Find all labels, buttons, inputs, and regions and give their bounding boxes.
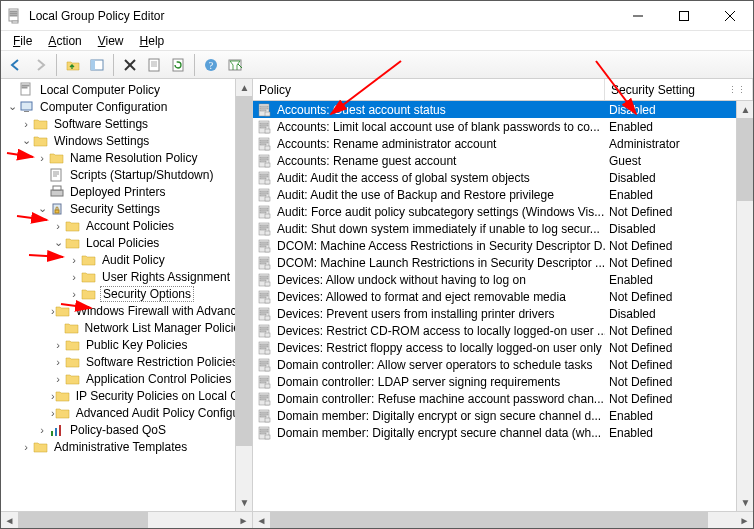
expand-icon[interactable]: › <box>67 288 81 300</box>
policy-row[interactable]: Audit: Force audit policy subcategory se… <box>253 203 753 220</box>
tree-app-control[interactable]: ›Application Control Policies <box>1 370 252 387</box>
scroll-thumb[interactable] <box>737 118 753 201</box>
policy-row[interactable]: Devices: Restrict floppy access to local… <box>253 339 753 356</box>
close-button[interactable] <box>707 1 753 30</box>
show-hide-tree-button[interactable] <box>86 54 108 76</box>
column-setting-header[interactable]: Security Setting⋮⋮ <box>605 79 753 100</box>
scroll-left-button[interactable]: ◄ <box>1 512 18 529</box>
policy-row[interactable]: Domain member: Digitally encrypt secure … <box>253 424 753 441</box>
tree-scrollbar-horizontal[interactable]: ◄ ► <box>1 511 252 528</box>
scroll-up-button[interactable]: ▲ <box>737 101 753 118</box>
tree-deployed-printers[interactable]: Deployed Printers <box>1 183 252 200</box>
svg-rect-10 <box>91 60 95 70</box>
policy-row[interactable]: Domain member: Digitally encrypt or sign… <box>253 407 753 424</box>
expand-icon[interactable]: › <box>35 152 49 164</box>
refresh-button[interactable] <box>167 54 189 76</box>
expand-icon[interactable]: › <box>51 373 65 385</box>
expand-icon[interactable]: › <box>35 424 49 436</box>
policy-row[interactable]: Devices: Restrict CD-ROM access to local… <box>253 322 753 339</box>
tree-advanced-audit[interactable]: ›Advanced Audit Policy Configuration <box>1 404 252 421</box>
list-scrollbar-horizontal[interactable]: ◄ ► <box>253 511 753 528</box>
tree-public-key[interactable]: ›Public Key Policies <box>1 336 252 353</box>
tree-computer-configuration[interactable]: ⌄Computer Configuration <box>1 98 252 115</box>
scroll-down-button[interactable]: ▼ <box>236 494 253 511</box>
tree-network-list[interactable]: Network List Manager Policies <box>1 319 252 336</box>
expand-icon[interactable]: › <box>67 271 81 283</box>
tree-local-policies[interactable]: ⌄Local Policies <box>1 234 252 251</box>
scroll-thumb[interactable] <box>236 96 252 446</box>
menu-file[interactable]: File <box>5 33 40 49</box>
svg-rect-71 <box>260 227 268 228</box>
help-button[interactable]: ? <box>200 54 222 76</box>
up-button[interactable] <box>62 54 84 76</box>
collapse-icon[interactable]: ⌄ <box>5 100 19 113</box>
tree-scrollbar-vertical[interactable]: ▲ ▼ <box>235 79 252 511</box>
menu-view[interactable]: View <box>90 33 132 49</box>
scroll-left-button[interactable]: ◄ <box>253 512 270 529</box>
menu-action[interactable]: Action <box>40 33 89 49</box>
expand-icon[interactable]: › <box>67 254 81 266</box>
tree-name-resolution[interactable]: ›Name Resolution Policy <box>1 149 252 166</box>
scroll-track[interactable] <box>236 96 252 494</box>
scroll-thumb[interactable] <box>18 512 148 528</box>
policy-row[interactable]: Devices: Allow undock without having to … <box>253 271 753 288</box>
collapse-icon[interactable]: ⌄ <box>19 134 33 147</box>
tree-audit-policy[interactable]: ›Audit Policy <box>1 251 252 268</box>
expand-icon[interactable]: › <box>51 356 65 368</box>
policy-row[interactable]: Accounts: Guest account statusDisabled <box>253 101 753 118</box>
properties-button[interactable] <box>143 54 165 76</box>
delete-button[interactable] <box>119 54 141 76</box>
policy-row[interactable]: DCOM: Machine Access Restrictions in Sec… <box>253 237 753 254</box>
policy-row[interactable]: Domain controller: Allow server operator… <box>253 356 753 373</box>
tree-scripts[interactable]: Scripts (Startup/Shutdown) <box>1 166 252 183</box>
expand-icon[interactable]: › <box>51 339 65 351</box>
tree-windows-firewall[interactable]: ›Windows Firewall with Advanced Security <box>1 302 252 319</box>
collapse-icon[interactable]: ⌄ <box>51 236 65 249</box>
collapse-icon[interactable]: ⌄ <box>35 202 49 215</box>
policy-row[interactable]: Audit: Audit the use of Backup and Resto… <box>253 186 753 203</box>
scroll-track[interactable] <box>737 118 753 494</box>
tree-software-restriction[interactable]: ›Software Restriction Policies <box>1 353 252 370</box>
policy-row[interactable]: Devices: Prevent users from installing p… <box>253 305 753 322</box>
list-scrollbar-vertical[interactable]: ▲ ▼ <box>736 101 753 511</box>
policy-setting-cell: Not Defined <box>605 324 753 338</box>
tree-root[interactable]: Local Computer Policy <box>1 81 252 98</box>
policy-row[interactable]: Domain controller: Refuse machine accoun… <box>253 390 753 407</box>
scroll-right-button[interactable]: ► <box>736 512 753 529</box>
policy-row[interactable]: Domain controller: LDAP server signing r… <box>253 373 753 390</box>
tree-ip-security[interactable]: ›IP Security Policies on Local Computer <box>1 387 252 404</box>
tree-windows-settings[interactable]: ⌄Windows Settings <box>1 132 252 149</box>
menu-help[interactable]: Help <box>132 33 173 49</box>
tree-security-options[interactable]: ›Security Options <box>1 285 252 302</box>
policy-row[interactable]: Accounts: Rename administrator accountAd… <box>253 135 753 152</box>
scroll-thumb[interactable] <box>270 512 708 528</box>
forward-button[interactable] <box>29 54 51 76</box>
filter-button[interactable] <box>224 54 246 76</box>
svg-rect-125 <box>260 412 268 413</box>
policy-row[interactable]: Accounts: Limit local account use of bla… <box>253 118 753 135</box>
tree-account-policies[interactable]: ›Account Policies <box>1 217 252 234</box>
column-policy-header[interactable]: Policy <box>253 79 605 100</box>
tree-user-rights[interactable]: ›User Rights Assignment <box>1 268 252 285</box>
tree-admin-templates[interactable]: ›Administrative Templates <box>1 438 252 455</box>
expand-icon[interactable]: › <box>19 118 33 130</box>
expand-icon[interactable]: › <box>51 220 65 232</box>
scroll-up-button[interactable]: ▲ <box>236 79 253 96</box>
scroll-down-button[interactable]: ▼ <box>737 494 753 511</box>
policy-row[interactable]: Devices: Allowed to format and eject rem… <box>253 288 753 305</box>
security-icon <box>49 201 65 217</box>
tree-policy-qos[interactable]: ›Policy-based QoS <box>1 421 252 438</box>
minimize-button[interactable] <box>615 1 661 30</box>
policy-row[interactable]: Audit: Shut down system immediately if u… <box>253 220 753 237</box>
policy-row[interactable]: DCOM: Machine Launch Restrictions in Sec… <box>253 254 753 271</box>
scroll-right-button[interactable]: ► <box>235 512 252 529</box>
scroll-track[interactable] <box>18 512 235 528</box>
expand-icon[interactable]: › <box>19 441 33 453</box>
policy-row[interactable]: Accounts: Rename guest accountGuest <box>253 152 753 169</box>
tree-software-settings[interactable]: ›Software Settings <box>1 115 252 132</box>
tree-security-settings[interactable]: ⌄Security Settings <box>1 200 252 217</box>
back-button[interactable] <box>5 54 27 76</box>
scroll-track[interactable] <box>270 512 736 528</box>
policy-row[interactable]: Audit: Audit the access of global system… <box>253 169 753 186</box>
maximize-button[interactable] <box>661 1 707 30</box>
